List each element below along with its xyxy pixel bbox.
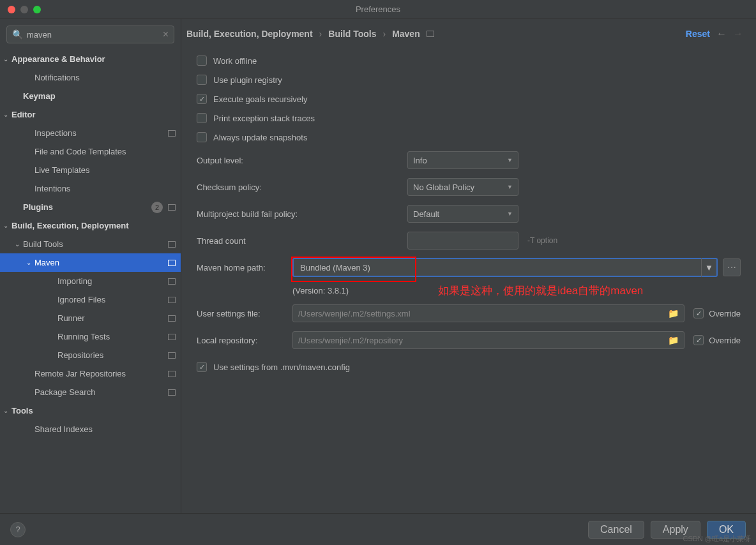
chevron-down-icon: ⌄ <box>23 259 34 266</box>
badge: 2 <box>151 202 163 213</box>
use-mvn-config-checkbox[interactable] <box>197 362 207 372</box>
project-scope-icon <box>168 334 176 340</box>
sidebar-item-label: Maven <box>34 258 165 267</box>
maven-home-select[interactable]: Bundled (Maven 3) ▼ <box>292 258 718 277</box>
nav-forward-button: → <box>733 28 743 40</box>
sidebar-item-file-and-code-templates[interactable]: File and Code Templates <box>0 142 181 161</box>
sidebar-item-remote-jar-repositories[interactable]: Remote Jar Repositories <box>0 364 181 383</box>
sidebar-item-label: Runner <box>57 313 165 323</box>
sidebar-item-runner[interactable]: Runner <box>0 309 181 327</box>
project-scope-icon <box>168 371 176 377</box>
print-exception-checkbox[interactable] <box>197 113 207 123</box>
project-scope-icon <box>168 278 176 285</box>
chevron-down-icon: ⌄ <box>0 407 11 414</box>
sidebar-item-notifications[interactable]: Notifications <box>0 68 181 87</box>
chevron-down-icon: ⌄ <box>0 222 11 229</box>
sidebar-item-build-tools[interactable]: ⌄Build Tools <box>0 235 181 253</box>
content-panel: Build, Execution, Deployment › Build Too… <box>181 19 756 513</box>
override-user-settings-checkbox[interactable] <box>693 308 704 318</box>
sidebar-item-live-templates[interactable]: Live Templates <box>0 161 181 179</box>
browse-button[interactable]: ⋯ <box>723 258 741 276</box>
sidebar-item-intentions[interactable]: Intentions <box>0 179 181 198</box>
cancel-button[interactable]: Cancel <box>588 521 644 539</box>
sidebar-item-label: Plugins <box>23 202 151 212</box>
thread-count-input[interactable] <box>407 232 518 250</box>
print-exception-label: Print exception stack traces <box>213 114 315 123</box>
project-scope-icon <box>427 31 434 37</box>
maven-version-label: (Version: 3.8.1) <box>292 286 349 295</box>
sidebar-item-importing[interactable]: Importing <box>0 272 181 290</box>
sidebar-item-label: Ignored Files <box>57 295 165 304</box>
user-settings-label: User settings file: <box>197 309 292 318</box>
close-window-button[interactable] <box>8 6 15 13</box>
sidebar-item-ignored-files[interactable]: Ignored Files <box>0 290 181 309</box>
sidebar-item-inspections[interactable]: Inspections <box>0 124 181 142</box>
help-button[interactable]: ? <box>10 522 26 537</box>
search-icon: 🔍 <box>12 29 23 40</box>
maximize-window-button[interactable] <box>33 6 41 13</box>
sidebar-item-keymap[interactable]: Keymap <box>0 87 181 105</box>
folder-icon[interactable]: 📁 <box>668 335 679 345</box>
use-plugin-registry-checkbox[interactable] <box>197 75 207 85</box>
override-local-repo-checkbox[interactable] <box>693 335 704 345</box>
sidebar-item-build-execution-deployment[interactable]: ⌄Build, Execution, Deployment <box>0 216 181 235</box>
use-mvn-config-label: Use settings from .mvn/maven.config <box>213 362 350 372</box>
multiproject-policy-select[interactable]: Default▼ <box>407 205 518 223</box>
project-scope-icon <box>168 241 176 248</box>
override-label: Override <box>709 336 741 345</box>
sidebar-item-tools[interactable]: ⌄Tools <box>0 401 181 420</box>
sidebar-item-label: Shared Indexes <box>34 424 176 434</box>
execute-goals-checkbox[interactable] <box>197 94 207 104</box>
footer: ? Cancel Apply OK <box>0 513 756 545</box>
chevron-right-icon: › <box>382 29 386 39</box>
local-repo-input[interactable]: /Users/wenjie/.m2/repository📁 <box>292 331 684 349</box>
execute-goals-label: Execute goals recursively <box>213 94 307 104</box>
reset-button[interactable]: Reset <box>686 29 710 39</box>
project-scope-icon <box>168 315 176 322</box>
always-update-checkbox[interactable] <box>197 132 207 142</box>
folder-icon[interactable]: 📁 <box>668 308 679 318</box>
sidebar-item-appearance-behavior[interactable]: ⌄Appearance & Behavior <box>0 50 181 68</box>
override-label: Override <box>709 309 741 318</box>
nav-back-button[interactable]: ← <box>716 28 727 40</box>
user-settings-input[interactable]: /Users/wenjie/.m2/settings.xml📁 <box>292 304 684 322</box>
search-box[interactable]: 🔍 × <box>6 26 174 43</box>
sidebar-item-label: Running Tests <box>57 332 165 341</box>
work-offline-checkbox[interactable] <box>197 56 207 66</box>
sidebar-item-repositories[interactable]: Repositories <box>0 346 181 364</box>
sidebar-item-running-tests[interactable]: Running Tests <box>0 327 181 346</box>
sidebar-item-shared-indexes[interactable]: Shared Indexes <box>0 420 181 438</box>
sidebar-item-plugins[interactable]: Plugins2 <box>0 198 181 216</box>
use-plugin-registry-label: Use plugin registry <box>213 75 282 85</box>
sidebar-item-label: Keymap <box>23 91 176 101</box>
sidebar-item-label: Build Tools <box>23 239 165 249</box>
sidebar-item-maven[interactable]: ⌄Maven <box>0 253 181 272</box>
project-scope-icon <box>168 297 176 303</box>
output-level-label: Output level: <box>197 156 407 165</box>
sidebar-item-label: Remote Jar Repositories <box>34 369 165 378</box>
sidebar-item-label: File and Code Templates <box>34 147 176 156</box>
breadcrumb-item[interactable]: Build Tools <box>328 29 376 39</box>
chevron-right-icon: › <box>319 29 322 39</box>
sidebar-item-label: Package Search <box>34 387 165 397</box>
project-scope-icon <box>168 130 176 137</box>
breadcrumb-item[interactable]: Build, Execution, Deployment <box>186 29 313 39</box>
annotation-text: 如果是这种，使用的就是idea自带的maven <box>438 283 643 298</box>
search-input[interactable] <box>27 30 163 40</box>
chevron-down-icon: ▼ <box>705 263 713 272</box>
clear-search-icon[interactable]: × <box>163 29 169 40</box>
settings-tree: ⌄Appearance & BehaviorNotificationsKeyma… <box>0 50 181 513</box>
multiproject-policy-label: Multiproject build fail policy: <box>197 209 407 219</box>
sidebar-item-editor[interactable]: ⌄Editor <box>0 105 181 124</box>
sidebar-item-label: Appearance & Behavior <box>11 54 176 64</box>
checksum-policy-select[interactable]: No Global Policy▼ <box>407 178 518 196</box>
sidebar-item-label: Live Templates <box>34 165 176 175</box>
chevron-down-icon: ⌄ <box>0 56 11 63</box>
sidebar-item-label: Notifications <box>34 73 176 82</box>
project-scope-icon <box>168 204 176 211</box>
breadcrumb-item[interactable]: Maven <box>392 29 420 39</box>
sidebar-item-label: Inspections <box>34 128 165 138</box>
minimize-window-button[interactable] <box>20 6 28 13</box>
output-level-select[interactable]: Info▼ <box>407 151 518 169</box>
sidebar-item-package-search[interactable]: Package Search <box>0 383 181 401</box>
